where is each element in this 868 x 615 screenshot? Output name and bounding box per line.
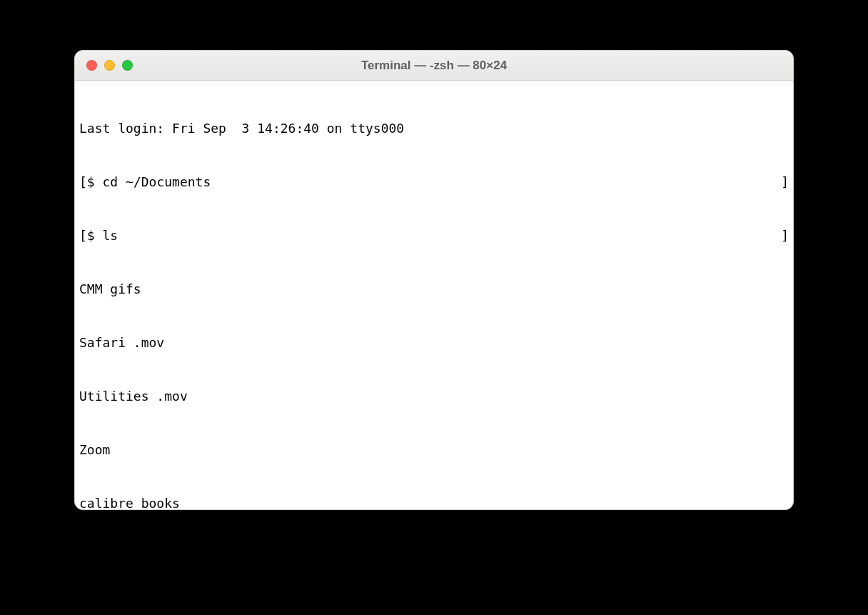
ls-output-line: Safari .mov [79, 334, 789, 351]
terminal-window: Terminal — -zsh — 80×24 Last login: Fri … [74, 50, 794, 510]
right-bracket: ] [781, 226, 789, 244]
last-login-text: Last login: Fri Sep 3 14:26:40 on ttys00… [79, 119, 404, 137]
ls-output-item: Zoom [79, 441, 110, 459]
maximize-icon[interactable] [122, 60, 133, 71]
prompt-symbol: $ [87, 228, 95, 243]
last-login-line: Last login: Fri Sep 3 14:26:40 on ttys00… [79, 119, 789, 137]
command-line: [$ cd ~/Documents] [79, 173, 789, 191]
ls-output-line: Zoom [79, 441, 789, 459]
traffic-lights [86, 60, 133, 71]
ls-output-item: Utilities .mov [79, 387, 188, 405]
cd-command: cd ~/Documents [103, 174, 211, 189]
close-icon[interactable] [86, 60, 97, 71]
ls-output-item: calibre books [79, 494, 180, 509]
ls-command: ls [103, 228, 118, 243]
prompt-symbol: $ [87, 174, 95, 189]
ls-output-line: calibre books [79, 494, 789, 509]
left-bracket: [ [79, 173, 87, 191]
minimize-icon[interactable] [104, 60, 115, 71]
ls-output-item: CMM gifs [79, 280, 141, 298]
ls-output-item: Safari .mov [79, 334, 164, 351]
command-line: [$ ls] [79, 226, 789, 244]
ls-output-line: CMM gifs [79, 280, 789, 298]
left-bracket: [ [79, 226, 87, 244]
right-bracket: ] [781, 173, 789, 191]
terminal-body[interactable]: Last login: Fri Sep 3 14:26:40 on ttys00… [75, 81, 793, 509]
window-title: Terminal — -zsh — 80×24 [75, 59, 793, 73]
titlebar[interactable]: Terminal — -zsh — 80×24 [75, 51, 793, 81]
ls-output-line: Utilities .mov [79, 387, 789, 405]
